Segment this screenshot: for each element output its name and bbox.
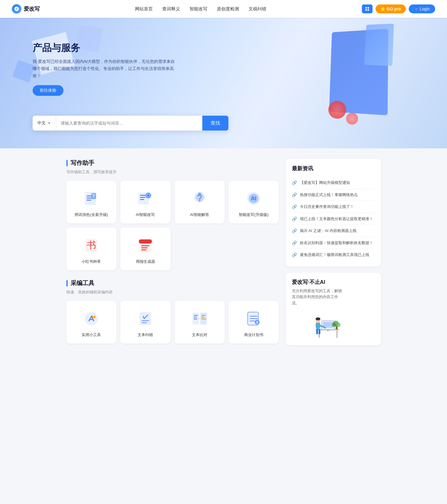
svg-rect-51: [336, 330, 338, 338]
svg-rect-38: [194, 319, 197, 319]
nav-rewrite[interactable]: 智能改写: [190, 6, 207, 12]
deco-blue-rect-2: [364, 24, 394, 66]
link-icon-6: 🔗: [292, 252, 297, 257]
card-word-polish[interactable]: 用词润色(全新升级): [66, 181, 117, 223]
ai-rewrite-icon: [136, 189, 155, 208]
logo[interactable]: 爱改写: [12, 4, 40, 14]
search-button[interactable]: 查找: [202, 116, 228, 131]
grid-icon: [365, 7, 370, 11]
card-ai-answer[interactable]: AI AI智能解答: [175, 181, 225, 223]
search-bar: 中文 ▼ 查找: [33, 116, 228, 131]
news-title: 最新资讯: [292, 165, 375, 172]
xiaohongshu-icon: 书: [82, 236, 101, 255]
header: 爱改写 网站首页 查词释义 智能改写 原创度检测 文稿纠错 ⭐ GO pro →…: [0, 0, 447, 18]
svg-point-12: [147, 195, 149, 196]
news-item-5[interactable]: 🔗 姓名识别利器：快速提取和解析姓名数据！: [292, 237, 375, 249]
news-item-3[interactable]: 🔗 现已上线！文本颜色分析器让提取更精准！: [292, 213, 375, 225]
svg-rect-9: [140, 197, 145, 198]
svg-rect-23: [139, 239, 152, 244]
hero-title: 产品与服务: [33, 42, 175, 55]
nav-home[interactable]: 网站首页: [135, 6, 153, 12]
language-label: 中文: [37, 120, 46, 126]
svg-point-15: [199, 200, 200, 201]
card-tools-label: 实用小工具: [82, 332, 101, 338]
news-item-0[interactable]: 🔗 【爱改写】网站升级模型通知: [292, 177, 375, 189]
nav-correct[interactable]: 文稿纠错: [249, 6, 266, 12]
deco-cube-3: [12, 60, 35, 83]
svg-rect-54: [327, 330, 329, 331]
news-item-2[interactable]: 🔗 今日历史事件查询功能上线了！: [292, 201, 375, 213]
svg-text:AI: AI: [198, 192, 201, 195]
link-icon-4: 🔗: [292, 228, 297, 233]
link-icon-0: 🔗: [292, 180, 297, 185]
link-icon-3: 🔗: [292, 217, 297, 221]
card-tools[interactable]: 实用小工具: [66, 301, 117, 344]
main-nav: 网站首页 查词释义 智能改写 原创度检测 文稿纠错: [135, 6, 266, 12]
svg-rect-58: [316, 329, 318, 334]
card-biz-plan[interactable]: ₿ 商业计划书: [229, 301, 279, 344]
nav-check[interactable]: 原创度检测: [217, 6, 239, 12]
promo-subtitle: 充分利用爱改写的工具，解锁其功能并利用您的内容工作流。: [292, 288, 345, 306]
card-text-compare[interactable]: 文本比对: [175, 301, 225, 344]
nav-dict[interactable]: 查词释义: [162, 6, 180, 12]
news-box: 最新资讯 🔗 【爱改写】网站升级模型通知 🔗 热搜功能正式上线！掌握网络热点 🔗…: [286, 159, 381, 267]
login-icon: →: [414, 7, 418, 11]
svg-rect-24: [141, 245, 149, 246]
svg-rect-40: [201, 317, 204, 318]
try-button[interactable]: 前往体验: [33, 85, 63, 96]
logo-svg: [14, 6, 19, 12]
search-input[interactable]: [56, 116, 202, 131]
link-icon-2: 🔗: [292, 204, 297, 209]
svg-rect-37: [194, 317, 197, 318]
login-button[interactable]: → Login: [409, 4, 435, 13]
card-ai-rewrite-label: AI智能改写: [136, 212, 155, 217]
svg-rect-6: [93, 196, 94, 197]
news-text-2: 今日历史事件查询功能上线了！: [300, 204, 354, 210]
hero-banner: 产品与服务 我·爱改写已经全面接入国内AI大模型，作为你的智能伙伴，无论您的需求…: [0, 18, 447, 148]
svg-rect-25: [141, 247, 148, 248]
news-item-6[interactable]: 🔗 避免违规词汇！极限词检测工具现已上线: [292, 249, 375, 261]
card-smart-rewrite[interactable]: AI 智能改写(升级版): [229, 181, 279, 223]
card-xiaohongshu[interactable]: 书 小红书种草: [66, 228, 117, 270]
language-selector[interactable]: 中文 ▼: [33, 116, 56, 131]
card-text-correct[interactable]: 文本纠错: [120, 301, 171, 344]
writing-section-title: 写作助手: [66, 159, 279, 167]
deco-circle-1: [328, 101, 346, 119]
svg-rect-41: [201, 319, 206, 319]
go-pro-button[interactable]: ⭐ GO pro: [376, 4, 406, 13]
writing-section: 写作助手 写作辅助工具，撰写效率提升: [66, 159, 279, 270]
card-smart-rewrite-label: 智能改写(升级版): [239, 212, 268, 217]
svg-rect-26: [141, 249, 147, 250]
ai-upgrade-icon: AI: [244, 189, 263, 208]
grid-button[interactable]: [362, 4, 373, 13]
card-weekly-label: 周报生成器: [136, 259, 155, 264]
news-text-1: 热搜功能正式上线！掌握网络热点: [300, 192, 358, 198]
svg-rect-5: [93, 195, 95, 195]
plan-icon: ₿: [244, 309, 263, 328]
card-ai-rewrite[interactable]: AI智能改写: [120, 181, 171, 223]
main-content: 写作助手 写作辅助工具，撰写效率提升: [61, 148, 387, 363]
card-text-compare-label: 文本比对: [192, 332, 207, 338]
writing-cards-grid: 用词润色(全新升级): [66, 181, 279, 270]
card-ai-answer-label: AI智能解答: [190, 212, 209, 217]
news-item-1[interactable]: 🔗 热搜功能正式上线！掌握网络热点: [292, 189, 375, 201]
card-xiaohongshu-label: 小红书种草: [82, 259, 101, 264]
card-text-correct-label: 文本纠错: [138, 332, 153, 338]
tools-cards-grid: 实用小工具 文本纠错: [66, 301, 279, 344]
card-weekly[interactable]: 周报生成器: [120, 228, 171, 270]
ai-answer-icon: AI: [190, 189, 209, 208]
svg-rect-36: [194, 315, 198, 316]
link-icon-5: 🔗: [292, 241, 297, 245]
news-text-3: 现已上线！文本颜色分析器让提取更精准！: [300, 216, 373, 222]
news-text-6: 避免违规词汇！极限词检测工具现已上线: [300, 252, 369, 258]
news-text-4: 揭示 AI 之谜：AI 内容检测器上线: [300, 228, 357, 234]
news-item-4[interactable]: 🔗 揭示 AI 之谜：AI 内容检测器上线: [292, 225, 375, 237]
promo-svg: [292, 312, 345, 339]
news-text-0: 【爱改写】网站升级模型通知: [300, 180, 350, 186]
svg-point-27: [85, 312, 98, 325]
sidebar: 最新资讯 🔗 【爱改写】网站升级模型通知 🔗 热搜功能正式上线！掌握网络热点 🔗…: [286, 159, 381, 352]
deco-circle-2: [346, 113, 358, 125]
link-icon-1: 🔗: [292, 193, 297, 197]
login-label: Login: [420, 7, 430, 11]
writing-section-subtitle: 写作辅助工具，撰写效率提升: [66, 169, 279, 175]
